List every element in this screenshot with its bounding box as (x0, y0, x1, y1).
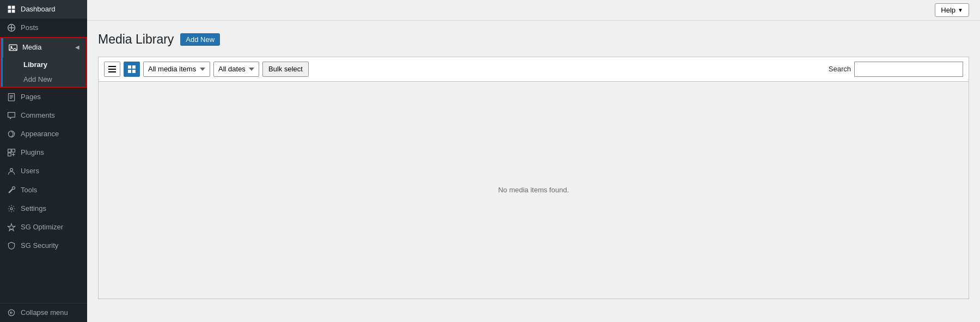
sidebar-item-label: Settings (21, 204, 46, 214)
appearance-icon (7, 129, 16, 139)
page-content: Media Library Add New (87, 21, 980, 322)
comments-icon (7, 111, 16, 120)
main-content: Help ▼ Media Library Add New (87, 0, 980, 322)
filter-media-select[interactable]: All media items (143, 62, 210, 77)
list-view-button[interactable] (104, 62, 120, 77)
svg-rect-14 (8, 149, 11, 153)
page-title: Media Library (98, 32, 174, 48)
sidebar-item-label: Comments (21, 111, 55, 120)
filter-dates-select[interactable]: All dates (213, 62, 259, 77)
media-icon (8, 42, 18, 52)
bulk-select-button[interactable]: Bulk select (262, 62, 309, 77)
sidebar-item-sg-optimizer[interactable]: SG Optimizer (0, 218, 87, 236)
sidebar-item-dashboard[interactable]: Dashboard (0, 0, 87, 19)
settings-icon (7, 204, 16, 214)
sidebar-item-label: Media (22, 42, 41, 52)
svg-rect-3 (12, 10, 15, 13)
no-items-message: No media items found. (498, 186, 569, 194)
page-header: Media Library Add New (98, 32, 969, 48)
grid-view-button[interactable] (124, 62, 140, 77)
toolbar: All media items All dates Bulk select Se… (98, 57, 969, 81)
svg-rect-16 (8, 153, 11, 156)
sidebar-item-pages[interactable]: Pages (0, 88, 87, 106)
sidebar-item-label: Posts (21, 23, 39, 33)
list-view-icon (108, 65, 117, 74)
submenu-item-library[interactable]: Library (3, 57, 86, 72)
collapse-menu-item[interactable]: Collapse menu (0, 303, 87, 322)
media-section-outline: Media ◀ Library Add New (0, 37, 87, 87)
help-arrow-icon: ▼ (958, 7, 963, 13)
svg-rect-1 (12, 6, 15, 9)
sidebar-item-label: Pages (21, 92, 41, 102)
help-button[interactable]: Help ▼ (935, 3, 969, 17)
topbar: Help ▼ (87, 0, 980, 21)
sidebar-item-users[interactable]: Users (0, 162, 87, 180)
collapse-label: Collapse menu (21, 308, 68, 318)
plugins-icon (7, 148, 16, 157)
svg-rect-24 (128, 65, 131, 69)
sidebar-item-plugins[interactable]: Plugins (0, 143, 87, 162)
sidebar-item-appearance[interactable]: Appearance (0, 125, 87, 143)
tools-icon (7, 185, 16, 195)
svg-point-13 (8, 131, 14, 137)
sidebar-item-label: Plugins (21, 148, 44, 157)
dashboard-icon (7, 4, 16, 14)
sg-optimizer-icon (7, 222, 16, 232)
sidebar-item-tools[interactable]: Tools (0, 181, 87, 199)
sidebar-item-label: Appearance (21, 129, 59, 139)
svg-rect-27 (132, 70, 136, 73)
sidebar-item-label: SG Security (21, 241, 58, 251)
svg-point-17 (10, 169, 13, 172)
posts-icon (7, 23, 16, 33)
svg-rect-26 (128, 70, 131, 73)
submenu-item-add-new[interactable]: Add New (3, 72, 86, 87)
users-icon (7, 166, 16, 176)
sidebar-item-label: Users (21, 166, 39, 176)
svg-rect-15 (12, 149, 15, 153)
sidebar-item-media[interactable]: Media ◀ (1, 38, 86, 57)
svg-rect-22 (108, 69, 116, 70)
svg-rect-21 (108, 66, 116, 67)
sidebar-item-posts[interactable]: Posts (0, 19, 87, 37)
svg-rect-2 (8, 10, 11, 13)
media-grid-area: No media items found. (98, 81, 969, 299)
search-label: Search (829, 65, 851, 73)
svg-rect-23 (108, 71, 116, 72)
sidebar-item-settings[interactable]: Settings (0, 199, 87, 218)
sidebar-item-comments[interactable]: Comments (0, 106, 87, 125)
sg-security-icon (7, 241, 16, 251)
media-submenu: Library Add New (1, 57, 86, 87)
sidebar-item-label: Dashboard (21, 4, 56, 14)
add-new-button[interactable]: Add New (180, 33, 220, 46)
svg-rect-0 (8, 6, 11, 9)
svg-point-18 (10, 208, 13, 210)
help-label: Help (941, 6, 955, 14)
sidebar-item-label: SG Optimizer (21, 222, 63, 232)
svg-marker-19 (8, 224, 15, 231)
search-input[interactable] (854, 62, 963, 77)
sidebar-item-label: Tools (21, 185, 37, 195)
grid-view-icon (127, 65, 136, 74)
pages-icon (7, 92, 16, 102)
media-arrow-icon: ◀ (75, 44, 79, 51)
svg-rect-25 (132, 65, 136, 69)
collapse-icon (7, 308, 16, 318)
sidebar: Dashboard Posts Media ◀ Library Add New … (0, 0, 87, 322)
sidebar-item-sg-security[interactable]: SG Security (0, 236, 87, 255)
